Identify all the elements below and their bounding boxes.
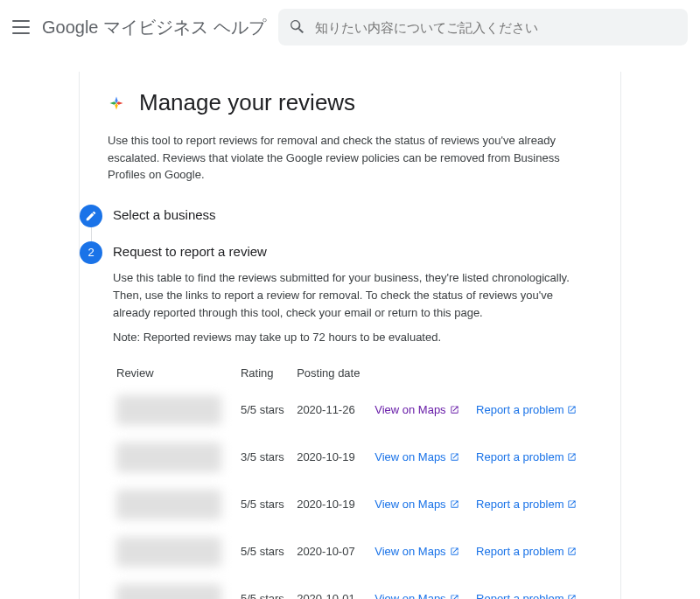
step-2-badge: 2 [80, 241, 102, 264]
report-problem-link[interactable]: Report a problem [476, 498, 577, 511]
search-input[interactable] [315, 20, 677, 35]
date-cell: 2020-10-19 [293, 434, 371, 481]
search-icon [289, 18, 306, 36]
report-problem-link[interactable]: Report a problem [476, 545, 577, 558]
review-text-blurred [116, 395, 221, 425]
report-problem-link[interactable]: Report a problem [476, 592, 577, 599]
table-row: 5/5 stars2020-10-07View on Maps Report a… [113, 528, 592, 575]
view-on-maps-link[interactable]: View on Maps [374, 450, 458, 463]
col-rating: Rating [237, 359, 293, 387]
review-text-blurred [116, 442, 221, 472]
table-row: 5/5 stars2020-10-19View on Maps Report a… [113, 481, 592, 528]
view-on-maps-link[interactable]: View on Maps [374, 592, 458, 599]
date-cell: 2020-10-01 [293, 575, 371, 599]
col-review: Review [113, 359, 237, 387]
step-1-title: Select a business [113, 205, 592, 222]
review-text-blurred [116, 537, 221, 567]
col-date: Posting date [293, 359, 371, 387]
rating-cell: 3/5 stars [237, 434, 293, 481]
view-on-maps-link[interactable]: View on Maps [374, 498, 458, 511]
review-text-blurred [116, 584, 221, 599]
hamburger-menu-icon[interactable] [12, 18, 30, 36]
step-2-title: Request to report a review [113, 241, 592, 259]
search-bar[interactable] [278, 9, 688, 45]
page-body: Manage your reviews Use this tool to rep… [0, 54, 700, 599]
table-row: 5/5 stars2020-11-26View on Maps Report a… [113, 387, 592, 434]
report-problem-link[interactable]: Report a problem [476, 403, 577, 416]
table-row: 5/5 stars2020-10-01View on Maps Report a… [113, 575, 592, 599]
brand-title: Google マイビジネス ヘルプ [42, 16, 266, 39]
step-2-body: Use this table to find the reviews submi… [113, 269, 592, 322]
rating-cell: 5/5 stars [237, 575, 293, 599]
rating-cell: 5/5 stars [237, 481, 293, 528]
intro-text: Use this tool to report reviews for remo… [108, 132, 592, 184]
step-1: Select a business [113, 205, 592, 222]
view-on-maps-link[interactable]: View on Maps [374, 545, 458, 558]
app-header: Google マイビジネス ヘルプ [0, 0, 700, 54]
step-1-badge-pencil-icon[interactable] [80, 205, 102, 227]
step-2: 2 Request to report a review Use this ta… [113, 241, 592, 600]
reviews-table: Review Rating Posting date 5/5 stars2020… [113, 359, 592, 599]
date-cell: 2020-11-26 [293, 387, 371, 434]
step-2-note: Note: Reported reviews may take up to 72… [113, 331, 592, 344]
table-row: 3/5 stars2020-10-19View on Maps Report a… [113, 434, 592, 481]
content-panel: Manage your reviews Use this tool to rep… [79, 72, 621, 599]
product-icon [108, 94, 125, 112]
date-cell: 2020-10-19 [293, 481, 371, 528]
rating-cell: 5/5 stars [237, 528, 293, 575]
report-problem-link[interactable]: Report a problem [476, 450, 577, 463]
review-text-blurred [116, 490, 221, 519]
view-on-maps-link[interactable]: View on Maps [374, 403, 458, 416]
page-title: Manage your reviews [139, 89, 355, 116]
rating-cell: 5/5 stars [237, 387, 293, 434]
date-cell: 2020-10-07 [293, 528, 371, 575]
